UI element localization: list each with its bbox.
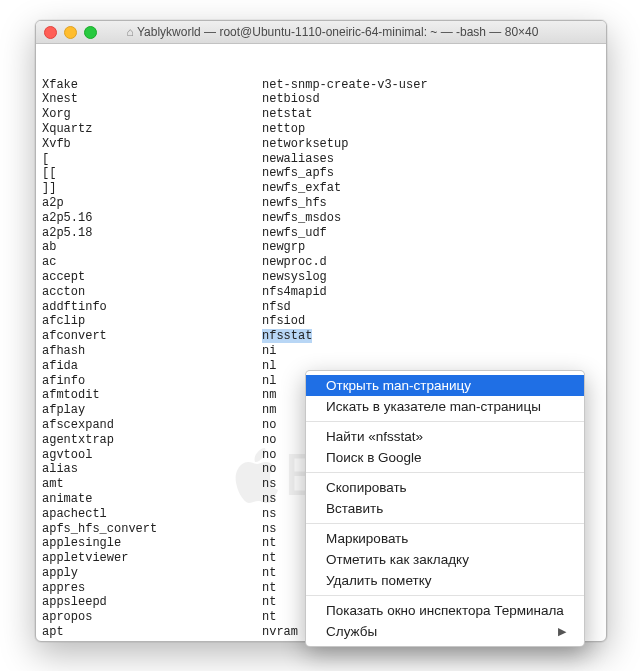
context-menu-item[interactable]: Удалить пометку — [306, 570, 584, 591]
command-name[interactable]: amt — [42, 477, 262, 492]
menu-item-label: Открыть man-страницу — [326, 378, 471, 393]
menu-item-label: Службы — [326, 624, 377, 639]
window-title: ⌂ Yablykworld — root@Ubuntu-1110-oneiric… — [107, 25, 598, 39]
titlebar: ⌂ Yablykworld — root@Ubuntu-1110-oneiric… — [36, 21, 606, 44]
menu-item-label: Скопировать — [326, 480, 407, 495]
command-name[interactable]: newfs_udf — [262, 226, 428, 241]
menu-separator — [306, 421, 584, 422]
zoom-icon[interactable] — [84, 26, 97, 39]
menu-item-label: Маркировать — [326, 531, 408, 546]
command-name[interactable]: newaliases — [262, 152, 428, 167]
command-name[interactable]: ab — [42, 240, 262, 255]
menu-item-label: Вставить — [326, 501, 383, 516]
command-name[interactable]: afinfo — [42, 374, 262, 389]
traffic-lights — [44, 26, 97, 39]
command-name[interactable]: apropos — [42, 610, 262, 625]
context-menu-item[interactable]: Искать в указателе man-страницы — [306, 396, 584, 417]
context-menu-item[interactable]: Отметить как закладку — [306, 549, 584, 570]
menu-separator — [306, 595, 584, 596]
command-name[interactable]: accept — [42, 270, 262, 285]
context-menu-item[interactable]: Вставить — [306, 498, 584, 519]
close-icon[interactable] — [44, 26, 57, 39]
command-name[interactable]: afhash — [42, 344, 262, 359]
command-name[interactable]: nfsd — [262, 300, 428, 315]
command-name[interactable]: newfs_msdos — [262, 211, 428, 226]
menu-item-label: Удалить пометку — [326, 573, 431, 588]
command-name[interactable]: apachectl — [42, 507, 262, 522]
context-menu-item[interactable]: Открыть man-страницу — [306, 375, 584, 396]
context-menu-item[interactable]: Службы▶ — [306, 621, 584, 642]
command-name[interactable]: a2p5.18 — [42, 226, 262, 241]
command-name[interactable]: afconvert — [42, 329, 262, 344]
command-name[interactable]: apply — [42, 566, 262, 581]
command-name[interactable]: nfs4mapid — [262, 285, 428, 300]
command-name[interactable]: Xvfb — [42, 137, 262, 152]
command-name[interactable]: appletviewer — [42, 551, 262, 566]
command-name[interactable]: apt — [42, 625, 262, 640]
command-name[interactable]: netstat — [262, 107, 428, 122]
command-name[interactable]: addftinfo — [42, 300, 262, 315]
command-name[interactable]: alias — [42, 462, 262, 477]
minimize-icon[interactable] — [64, 26, 77, 39]
menu-item-label: Поиск в Google — [326, 450, 422, 465]
context-menu-item[interactable]: Показать окно инспектора Терминала — [306, 600, 584, 621]
command-name[interactable]: nfsiod — [262, 314, 428, 329]
command-name[interactable]: accton — [42, 285, 262, 300]
command-name[interactable]: Xfake — [42, 78, 262, 93]
command-name[interactable]: networksetup — [262, 137, 428, 152]
command-name[interactable]: nettop — [262, 122, 428, 137]
command-name[interactable]: animate — [42, 492, 262, 507]
command-name[interactable]: agentxtrap — [42, 433, 262, 448]
command-name[interactable]: [ — [42, 152, 262, 167]
command-name[interactable]: ni — [262, 344, 428, 359]
context-menu-item[interactable]: Поиск в Google — [306, 447, 584, 468]
window-title-text: Yablykworld — root@Ubuntu-1110-oneiric-6… — [137, 25, 538, 39]
menu-separator — [306, 472, 584, 473]
command-name[interactable]: netbiosd — [262, 92, 428, 107]
command-name[interactable]: newfs_exfat — [262, 181, 428, 196]
command-name[interactable]: apfs_hfs_convert — [42, 522, 262, 537]
command-name-selected[interactable]: nfsstat — [262, 329, 312, 343]
context-menu: Открыть man-страницуИскать в указателе m… — [305, 370, 585, 647]
home-icon: ⌂ — [127, 25, 134, 39]
command-name[interactable]: newfs_hfs — [262, 196, 428, 211]
menu-item-label: Найти «nfsstat» — [326, 429, 423, 444]
command-name[interactable]: newgrp — [262, 240, 428, 255]
context-menu-item[interactable]: Маркировать — [306, 528, 584, 549]
command-name[interactable]: newsyslog — [262, 270, 428, 285]
menu-item-label: Показать окно инспектора Терминала — [326, 603, 564, 618]
command-name[interactable]: newfs_apfs — [262, 166, 428, 181]
command-name[interactable]: ]] — [42, 181, 262, 196]
command-name[interactable]: agvtool — [42, 448, 262, 463]
context-menu-item[interactable]: Найти «nfsstat» — [306, 426, 584, 447]
command-name[interactable]: afclip — [42, 314, 262, 329]
command-name[interactable]: afplay — [42, 403, 262, 418]
command-name[interactable]: afscexpand — [42, 418, 262, 433]
command-name[interactable]: newproc.d — [262, 255, 428, 270]
command-name[interactable]: applesingle — [42, 536, 262, 551]
menu-item-label: Отметить как закладку — [326, 552, 469, 567]
command-name[interactable]: afmtodit — [42, 388, 262, 403]
command-name[interactable]: apxs — [42, 640, 262, 641]
submenu-arrow-icon: ▶ — [558, 625, 566, 638]
command-name[interactable]: appsleepd — [42, 595, 262, 610]
command-name[interactable]: a2p — [42, 196, 262, 211]
command-name[interactable]: appres — [42, 581, 262, 596]
command-name[interactable]: net-snmp-create-v3-user — [262, 78, 428, 93]
menu-separator — [306, 523, 584, 524]
command-name[interactable]: [[ — [42, 166, 262, 181]
command-name[interactable]: afida — [42, 359, 262, 374]
command-name[interactable]: ac — [42, 255, 262, 270]
menu-item-label: Искать в указателе man-страницы — [326, 399, 541, 414]
command-name[interactable]: Xquartz — [42, 122, 262, 137]
context-menu-item[interactable]: Скопировать — [306, 477, 584, 498]
command-name[interactable]: a2p5.16 — [42, 211, 262, 226]
command-name[interactable]: Xnest — [42, 92, 262, 107]
command-name[interactable]: Xorg — [42, 107, 262, 122]
